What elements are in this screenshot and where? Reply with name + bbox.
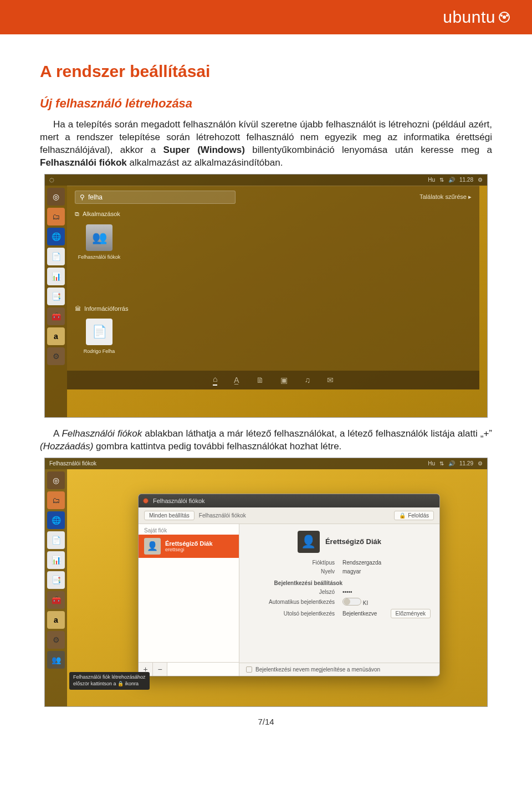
launcher-impress-icon[interactable]: 📑	[47, 288, 65, 305]
keyboard-layout-indicator[interactable]: Hu	[428, 460, 435, 466]
top-panel-2: Felhasználói fiókok Hu ⇅ 🔊 11.29 ⚙	[45, 458, 487, 469]
tile-label: Felhasználói fiókok	[77, 254, 121, 260]
launcher-2: ◎ 🗂 🌐 📄 📊 📑 🧰 a ⚙ 👥	[45, 469, 67, 706]
value-password[interactable]: •••••	[342, 589, 352, 595]
ubuntu-cof-icon	[499, 12, 510, 23]
add-label-ref: (Hozzáadás)	[40, 441, 93, 452]
lens-video-icon[interactable]: ▣	[280, 376, 288, 384]
launcher-user-accounts-icon[interactable]: 👥	[47, 651, 65, 669]
paragraph-1: Ha a telepítés során megadott felhasznál…	[40, 119, 492, 170]
dash-lens-bar: ⌂ A̲ 🗎 ▣ ♫ ✉	[67, 371, 479, 389]
breadcrumb-current: Felhasználói fiókok	[199, 512, 246, 519]
show-name-checkbox[interactable]	[246, 666, 252, 673]
dash-overlay: ⚲ felha Találatok szűrése ▸ ⧉ Alkalmazás…	[67, 186, 479, 389]
page-body: A rendszer beállításai Új felhasználó lé…	[0, 34, 532, 737]
system-gear-icon[interactable]: ⚙	[478, 177, 483, 183]
ubuntu-wordmark: ubuntu	[443, 8, 495, 27]
user-list-item[interactable]: 👤 Érettségiző Diák erettsegi	[139, 535, 239, 558]
launcher-software-icon[interactable]: 🧰	[47, 591, 65, 609]
launcher-settings-icon[interactable]: ⚙	[47, 631, 65, 649]
user-list-header: Saját fiók	[139, 524, 239, 535]
dash-result-user-accounts[interactable]: 👥 Felhasználói fiókok	[77, 224, 121, 260]
search-icon: ⚲	[80, 193, 85, 201]
launcher-calc-icon[interactable]: 📊	[47, 268, 65, 285]
app-name-users: Felhasználói fiókok	[40, 157, 127, 168]
remove-user-button[interactable]: −	[153, 663, 167, 676]
user-detail-pane: 👤 Érettségiző Diák Fióktípus Rendszergaz…	[239, 524, 439, 676]
all-settings-button[interactable]: Minden beállítás	[144, 511, 195, 520]
volume-icon[interactable]: 🔊	[448, 460, 455, 466]
lock-icon: 🔒	[399, 512, 406, 519]
value-account-type: Rendszergazda	[342, 560, 381, 566]
launcher-dash-icon[interactable]: ◎	[47, 471, 65, 489]
lens-photos-icon[interactable]: ✉	[327, 376, 334, 384]
paragraph-2: A Felhasználói fiókok ablakban láthatja …	[40, 428, 492, 453]
user-name: Érettségiző Diák	[165, 540, 213, 547]
tile-label: Rodrigo Felha	[77, 348, 121, 354]
panel-title: Felhasználói fiókok	[49, 460, 96, 466]
launcher-firefox-icon[interactable]: 🌐	[47, 511, 65, 529]
dash-indicator-icon: ◌	[49, 177, 54, 183]
launcher-firefox-icon[interactable]: 🌐	[47, 228, 65, 245]
launcher: ◎ 🗂 🌐 📄 📊 📑 🧰 a ⚙	[45, 186, 67, 417]
screenshot-unity-dash: ◌ Hu ⇅ 🔊 11.28 ⚙ ◎ 🗂 🌐 📄 📊 📑 🧰 a ⚙ ⚲ fel…	[44, 174, 488, 418]
section-heading: A rendszer beállításai	[40, 62, 492, 81]
label-last-login: Utolsó bejelentkezés	[248, 611, 342, 617]
launcher-software-icon[interactable]: 🧰	[47, 307, 65, 325]
user-accounts-window: Felhasználói fiókok Minden beállítás Fel…	[138, 494, 440, 676]
lens-music-icon[interactable]: ♫	[304, 376, 310, 384]
show-name-label: Bejelentkezési nevem megjelenítése a men…	[255, 666, 380, 673]
launcher-amazon-icon[interactable]: a	[47, 611, 65, 629]
window-titlebar[interactable]: Felhasználói fiókok	[139, 494, 439, 507]
apps-icon: ⧉	[75, 211, 79, 218]
auto-login-switch[interactable]: KI	[342, 598, 368, 606]
launcher-amazon-icon[interactable]: a	[47, 327, 65, 345]
dash-filter-button[interactable]: Találatok szűrése ▸	[420, 193, 472, 201]
launcher-files-icon[interactable]: 🗂	[47, 208, 65, 225]
lens-home-icon[interactable]: ⌂	[213, 375, 217, 386]
users-icon: 👥	[86, 224, 112, 251]
window-toolbar: Minden beállítás Felhasználói fiókok 🔒 F…	[139, 507, 439, 524]
screenshot-user-accounts: Felhasználói fiókok Hu ⇅ 🔊 11.29 ⚙ ◎ 🗂 🌐…	[44, 458, 488, 707]
dash-search-value: felha	[88, 193, 103, 201]
file-icon: 📄	[86, 319, 112, 345]
info-icon: 🏛	[75, 305, 81, 312]
page-header: ubuntu	[0, 0, 532, 34]
launcher-calc-icon[interactable]: 📊	[47, 551, 65, 569]
window-title: Felhasználói fiókok	[153, 497, 205, 504]
avatar-icon: 👤	[144, 538, 161, 555]
user-list-pane: Saját fiók 👤 Érettségiző Diák erettsegi …	[139, 524, 239, 676]
history-button[interactable]: Előzmények	[391, 609, 431, 618]
system-gear-icon[interactable]: ⚙	[478, 460, 483, 466]
clock[interactable]: 11.28	[459, 177, 473, 183]
launcher-settings-icon[interactable]: ⚙	[47, 347, 65, 365]
avatar-large-icon[interactable]: 👤	[298, 531, 320, 553]
unlock-button[interactable]: 🔒 Feloldás	[394, 511, 434, 520]
label-password: Jelszó	[248, 589, 342, 595]
keyboard-layout-indicator[interactable]: Hu	[428, 177, 435, 183]
page-number: 7/14	[40, 717, 492, 726]
clock[interactable]: 11.29	[459, 460, 473, 466]
launcher-dash-icon[interactable]: ◎	[47, 188, 65, 206]
network-icon[interactable]: ⇅	[439, 177, 444, 183]
label-account-type: Fióktípus	[248, 560, 342, 566]
launcher-files-icon[interactable]: 🗂	[47, 491, 65, 509]
kbd-super: Super (Windows)	[163, 145, 245, 155]
dash-category-apps: ⧉ Alkalmazások	[67, 208, 479, 220]
value-language[interactable]: magyar	[342, 568, 361, 575]
top-panel: ◌ Hu ⇅ 🔊 11.28 ⚙	[45, 175, 487, 186]
volume-icon[interactable]: 🔊	[448, 177, 455, 183]
network-icon[interactable]: ⇅	[439, 460, 444, 466]
lens-files-icon[interactable]: 🗎	[256, 376, 264, 384]
user-login: erettsegi	[165, 547, 213, 552]
section-login-settings: Bejelentkezési beállítások	[248, 580, 342, 586]
dash-category-info: 🏛 Információforrás	[67, 303, 479, 314]
dash-result-file[interactable]: 📄 Rodrigo Felha	[77, 319, 121, 354]
dash-search-input[interactable]: ⚲ felha	[75, 191, 236, 204]
launcher-impress-icon[interactable]: 📑	[47, 571, 65, 589]
lens-apps-icon[interactable]: A̲	[234, 376, 239, 384]
launcher-writer-icon[interactable]: 📄	[47, 531, 65, 549]
launcher-writer-icon[interactable]: 📄	[47, 248, 65, 265]
close-icon[interactable]	[143, 498, 149, 504]
hint-tooltip: Felhasználói fiók létrehozásához először…	[69, 672, 150, 689]
